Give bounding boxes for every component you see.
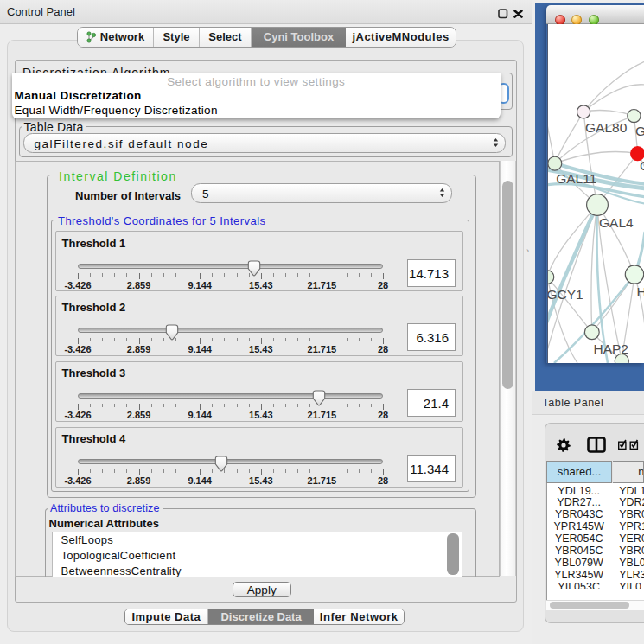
svg-text:GAL7: GAL7 [635,124,644,138]
svg-text:GAL80: GAL80 [585,120,628,135]
svg-text:HAP: HAP [636,284,644,299]
svg-text:HAP2: HAP2 [593,341,628,356]
svg-text:GAL11: GAL11 [556,171,596,186]
svg-text:CDC: CDC [640,158,644,173]
svg-text:GAL4: GAL4 [599,215,634,230]
svg-text:GCY1: GCY1 [547,287,583,302]
